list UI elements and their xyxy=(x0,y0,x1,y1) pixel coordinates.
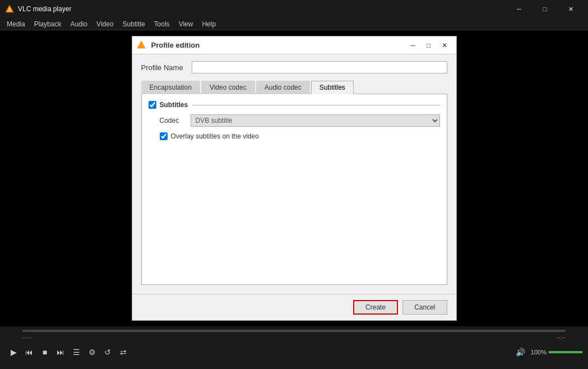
tab-video-codec[interactable]: Video codec xyxy=(201,81,255,94)
overlay-row: Overlay subtitles on the video xyxy=(160,132,440,140)
menubar: Media Playback Audio Video Subtitle Tool… xyxy=(0,18,588,30)
codec-row: Codec DVB subtitle SRT ASS/SSA WebVTT xyxy=(160,114,440,127)
app-icon xyxy=(4,4,15,14)
tab-subtitles[interactable]: Subtitles xyxy=(311,81,354,94)
volume-bar[interactable] xyxy=(549,351,582,353)
tabs-list: Encapsulation Video codec Audio codec Su… xyxy=(141,80,447,94)
menu-item-tools[interactable]: Tools xyxy=(150,18,174,30)
svg-marker-2 xyxy=(137,41,145,48)
cancel-button[interactable]: Cancel xyxy=(402,300,447,315)
main-content: Profile edition ─ □ ✕ Profile Name xyxy=(0,30,588,326)
menu-item-view[interactable]: View xyxy=(174,18,198,30)
app-title: VLC media player xyxy=(18,5,506,13)
dialog-icon xyxy=(137,40,147,50)
tab-encapsulation[interactable]: Encapsulation xyxy=(141,81,200,94)
loop-button[interactable]: ↺ xyxy=(100,344,115,360)
profile-edition-dialog: Profile edition ─ □ ✕ Profile Name xyxy=(132,36,457,321)
subtitles-tab-content: Subtitles Codec DVB subtitle SRT ASS/SSA… xyxy=(141,94,447,285)
dialog-title: Profile edition xyxy=(151,41,406,49)
codec-select[interactable]: DVB subtitle SRT ASS/SSA WebVTT xyxy=(191,114,440,127)
dialog-body: Profile Name Encapsulation Video codec A… xyxy=(132,54,456,294)
prev-button[interactable]: ⏮ xyxy=(21,344,37,360)
volume-fill xyxy=(549,351,582,353)
dialog-footer: Create Cancel xyxy=(132,294,456,320)
shuffle-button[interactable]: ⇄ xyxy=(115,344,131,360)
dialog-minimize-button[interactable]: ─ xyxy=(406,39,420,52)
menu-item-media[interactable]: Media xyxy=(2,18,30,30)
titlebar-controls: ─ □ ✕ xyxy=(506,0,584,18)
overlay-subtitles-label: Overlay subtitles on the video xyxy=(171,132,259,140)
profile-name-label: Profile Name xyxy=(141,63,192,72)
dialog-maximize-button[interactable]: □ xyxy=(422,39,436,52)
section-divider xyxy=(192,105,439,105)
titlebar: VLC media player ─ □ ✕ xyxy=(0,0,588,18)
profile-name-row: Profile Name xyxy=(141,61,447,73)
play-button[interactable]: ▶ xyxy=(6,344,21,360)
close-button[interactable]: ✕ xyxy=(558,0,584,18)
maximize-button[interactable]: □ xyxy=(532,0,558,18)
next-button[interactable]: ⏭ xyxy=(53,344,68,360)
toggle-playlist-button[interactable]: ☰ xyxy=(68,344,84,360)
overlay-subtitles-checkbox[interactable] xyxy=(160,132,168,140)
codec-label: Codec xyxy=(160,117,191,124)
create-button[interactable]: Create xyxy=(353,300,398,315)
tabs-container: Encapsulation Video codec Audio codec Su… xyxy=(141,80,447,285)
dialog-titlebar-controls: ─ □ ✕ xyxy=(406,39,452,52)
bottom-bar: --:-- --:-- ▶ ⏮ ■ ⏭ ☰ ⚙ ↺ ⇄ 🔊 100% xyxy=(0,326,588,369)
subtitles-checkbox[interactable] xyxy=(149,101,156,109)
subtitles-section-title: Subtitles xyxy=(160,101,188,109)
controls-row: ▶ ⏮ ■ ⏭ ☰ ⚙ ↺ ⇄ 🔊 100% xyxy=(0,343,588,362)
profile-name-input[interactable] xyxy=(192,61,447,73)
extended-settings-button[interactable]: ⚙ xyxy=(84,344,100,360)
volume-icon[interactable]: 🔊 xyxy=(513,344,529,360)
time-row: --:-- --:-- xyxy=(0,334,588,340)
volume-area: 🔊 100% xyxy=(513,344,582,360)
subtitles-section-header: Subtitles xyxy=(149,101,440,109)
minimize-button[interactable]: ─ xyxy=(506,0,532,18)
tab-audio-codec[interactable]: Audio codec xyxy=(256,81,310,94)
time-right: --:-- xyxy=(557,334,566,340)
progress-bar-container[interactable] xyxy=(22,330,566,332)
dialog-titlebar: Profile edition ─ □ ✕ xyxy=(132,36,456,54)
menu-item-audio[interactable]: Audio xyxy=(66,18,92,30)
stop-button[interactable]: ■ xyxy=(37,344,53,360)
menu-item-help[interactable]: Help xyxy=(197,18,220,30)
menu-item-playback[interactable]: Playback xyxy=(30,18,66,30)
menu-item-subtitle[interactable]: Subtitle xyxy=(118,18,150,30)
dialog-overlay: Profile edition ─ □ ✕ Profile Name xyxy=(0,30,588,326)
time-left: --:-- xyxy=(22,334,31,340)
dialog-close-button[interactable]: ✕ xyxy=(437,39,452,52)
menu-item-video[interactable]: Video xyxy=(92,18,118,30)
volume-label: 100% xyxy=(531,349,547,356)
